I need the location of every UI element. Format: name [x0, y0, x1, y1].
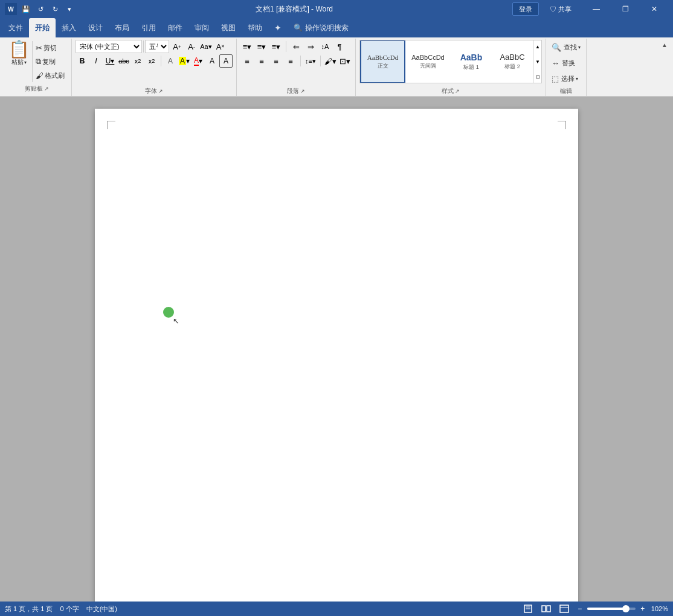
align-center-button[interactable]: ≡	[255, 54, 268, 68]
status-bar: 第 1 页，共 1 页 0 个字 中文(中国) − + 102%	[0, 602, 673, 616]
strikethrough-button[interactable]: abc	[117, 54, 130, 68]
minimize-button[interactable]: —	[582, 0, 610, 18]
zoom-in-button[interactable]: +	[638, 604, 648, 614]
paste-button[interactable]: 📋 粘贴▾	[6, 40, 32, 83]
tab-lightbulb[interactable]: ✦	[268, 18, 288, 37]
line-spacing-button[interactable]: ↕≡▾	[304, 54, 317, 68]
font-color-button[interactable]: A▾	[192, 54, 205, 68]
read-view-button[interactable]	[539, 603, 553, 615]
increase-indent-button[interactable]: ⇒	[304, 40, 317, 53]
font-size-select[interactable]: 五号	[145, 40, 169, 53]
editing-group: 🔍 查找 ▾ ↔ 替换 ⬚ 选择 ▾ 编辑	[546, 39, 587, 96]
underline-button[interactable]: U▾	[103, 54, 117, 68]
style-item-h1[interactable]: AaBb 标题 1	[451, 40, 492, 83]
bullets-button[interactable]: ≡▾	[240, 40, 254, 53]
tab-mailings[interactable]: 邮件	[162, 18, 188, 37]
subscript-button[interactable]: x2	[131, 54, 144, 68]
align-right-button[interactable]: ≡	[269, 54, 283, 68]
shading-button[interactable]: 🖌▾	[324, 54, 337, 68]
document-area[interactable]: ↖	[0, 97, 673, 602]
zoom-slider[interactable]	[587, 608, 636, 610]
styles-scroll-up[interactable]: ▲	[533, 40, 542, 53]
zoom-slider-thumb[interactable]	[622, 605, 630, 612]
print-layout-button[interactable]	[521, 603, 535, 615]
collapse-ribbon-button[interactable]: ▲	[660, 40, 669, 50]
bold-button[interactable]: B	[76, 54, 89, 68]
style-preview-h2: AaBbC	[500, 53, 524, 62]
clear-format-button[interactable]: A✕	[214, 40, 227, 53]
paragraph-group-label: 段落 ↗	[240, 86, 352, 96]
font-format-row: B I U▾ abc x2 x2 A A▾ A▾ A A	[76, 54, 233, 68]
paragraph-expand-icon[interactable]: ↗	[300, 88, 305, 94]
styles-more-button[interactable]: ⊡	[533, 70, 542, 83]
tab-design[interactable]: 设计	[82, 18, 109, 37]
select-button[interactable]: ⬚ 选择 ▾	[550, 71, 582, 86]
ribbon: 文件 开始 插入 设计 布局 引用 邮件 审阅 视图 帮助 ✦ 🔍操作说明搜索 …	[0, 18, 673, 97]
font-grow-button[interactable]: A+	[170, 40, 184, 53]
align-left-button[interactable]: ≡	[240, 54, 254, 68]
font-name-select[interactable]: 宋体 (中文正)	[76, 40, 142, 53]
style-item-normal[interactable]: AaBbCcDd 正文	[360, 40, 405, 83]
char-shading-button[interactable]: A	[205, 54, 219, 68]
tab-help[interactable]: 帮助	[242, 18, 268, 37]
text-effects-button[interactable]: A	[164, 54, 177, 68]
justify-button[interactable]: ≡	[284, 54, 297, 68]
tab-home[interactable]: 开始	[29, 18, 56, 37]
tab-file[interactable]: 文件	[2, 18, 29, 37]
redo-button[interactable]: ↻	[48, 2, 62, 16]
italic-button[interactable]: I	[89, 54, 103, 68]
find-button[interactable]: 🔍 查找 ▾	[550, 40, 582, 54]
copy-button[interactable]: ⧉复制	[34, 55, 66, 68]
document-page[interactable]: ↖	[95, 109, 578, 602]
multilevel-list-button[interactable]: ≡▾	[269, 40, 283, 53]
styles-expand-icon[interactable]: ↗	[455, 88, 460, 94]
change-case-button[interactable]: Aa▾	[199, 40, 213, 53]
title-bar: W 💾 ↺ ↻ ▾ 文档1 [兼容模式] - Word 登录 ♡ 共享 — ❐ …	[0, 0, 673, 18]
quick-access-more[interactable]: ▾	[63, 2, 76, 16]
tab-references[interactable]: 引用	[135, 18, 162, 37]
word-icon: W	[5, 3, 17, 15]
style-label-h2: 标题 2	[504, 63, 520, 71]
show-marks-button[interactable]: ¶	[333, 40, 346, 53]
undo-button[interactable]: ↺	[34, 2, 47, 16]
share-button[interactable]: ♡ 共享	[546, 5, 575, 14]
cut-button[interactable]: ✂剪切	[34, 41, 66, 54]
search-box[interactable]: 🔍操作说明搜索	[288, 18, 355, 37]
style-item-h2[interactable]: AaBbC 标题 2	[492, 40, 533, 83]
clipboard-expand-icon[interactable]: ↗	[44, 86, 49, 92]
styles-group-label: 样式 ↗	[359, 86, 542, 96]
font-expand-icon[interactable]: ↗	[158, 88, 163, 94]
styles-scroll-down[interactable]: ▼	[533, 55, 542, 68]
highlight-color-button[interactable]: A▾	[178, 54, 191, 68]
tab-insert[interactable]: 插入	[56, 18, 82, 37]
tab-layout[interactable]: 布局	[109, 18, 135, 37]
save-button[interactable]: 💾	[19, 2, 33, 16]
decrease-indent-button[interactable]: ⇐	[289, 40, 303, 53]
para-group-content: ≡▾ ≡▾ ≡▾ ⇐ ⇒ ↕A ¶ ≡ ≡ ≡ ≡ ↕≡▾	[240, 40, 352, 68]
styles-scroll: ▲ ▼ ⊡	[533, 40, 541, 83]
tab-review[interactable]: 审阅	[188, 18, 215, 37]
tab-view[interactable]: 视图	[215, 18, 242, 37]
close-button[interactable]: ✕	[640, 0, 668, 18]
char-border-button[interactable]: A	[219, 54, 233, 68]
font-group: 宋体 (中文正) 五号 A+ A- Aa▾ A✕ B I U▾ abc	[72, 39, 237, 96]
numbering-button[interactable]: ≡▾	[255, 40, 268, 53]
word-count: 0 个字	[60, 605, 79, 614]
replace-button[interactable]: ↔ 替换	[550, 56, 582, 70]
superscript-button[interactable]: x2	[145, 54, 158, 68]
clipboard-group: 📋 粘贴▾ ✂剪切 ⧉复制 🖌格式刷	[2, 39, 72, 96]
web-view-button[interactable]	[557, 603, 572, 615]
login-button[interactable]: 登录	[512, 2, 539, 16]
zoom-out-button[interactable]: −	[575, 604, 585, 614]
format-painter-button[interactable]: 🖌格式刷	[34, 69, 66, 82]
restore-button[interactable]: ❐	[611, 0, 639, 18]
font-name-row: 宋体 (中文正) 五号 A+ A- Aa▾ A✕	[76, 40, 233, 53]
paste-label: 粘贴▾	[11, 58, 27, 66]
style-label-nospace: 无间隔	[420, 62, 436, 70]
style-item-nospace[interactable]: AaBbCcDd 无间隔	[405, 40, 451, 83]
status-bar-left: 第 1 页，共 1 页 0 个字 中文(中国)	[5, 605, 117, 614]
sort-button[interactable]: ↕A	[318, 40, 332, 53]
clipboard-group-label: 剪贴板 ↗	[6, 83, 68, 94]
font-shrink-button[interactable]: A-	[185, 40, 198, 53]
borders-button[interactable]: ⊡▾	[338, 54, 352, 68]
